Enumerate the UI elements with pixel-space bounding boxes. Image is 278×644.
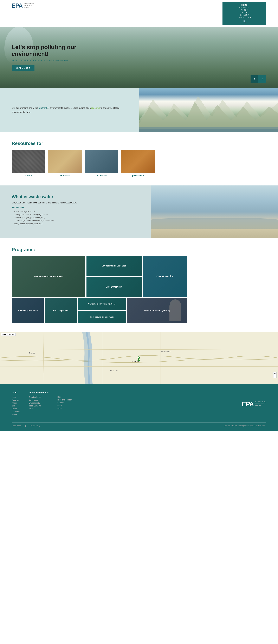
waste-can-include: It can include: bbox=[12, 206, 139, 208]
waste-image bbox=[151, 186, 278, 238]
nav-contact[interactable]: CONTACT US bbox=[238, 16, 251, 18]
dept-link-forefront[interactable]: forefront bbox=[38, 107, 47, 109]
map-zoom-out[interactable]: − bbox=[273, 375, 277, 378]
waste-item-2: ›pathogens (disease causing organisms) bbox=[12, 213, 139, 216]
prog-env-ed[interactable]: Environmental Education bbox=[86, 256, 142, 276]
logo-area: EPA ENVIRONMENTAL PROTECTION AGENCY bbox=[12, 2, 35, 9]
footer-env-3[interactable]: Environmental bbox=[29, 402, 49, 404]
footer-link-search[interactable]: Search bbox=[12, 414, 20, 416]
map-tab-row: Map Satellite bbox=[1, 333, 16, 336]
footer-menu-title: Menu bbox=[12, 392, 20, 394]
hero-content: Let's stop polluting our environment! we… bbox=[12, 44, 91, 71]
logo-subtitle: ENVIRONMENTAL PROTECTION AGENCY bbox=[23, 3, 35, 8]
footer-env-2[interactable]: Compliance bbox=[29, 399, 49, 401]
svg-rect-3 bbox=[139, 129, 278, 132]
wastewater-section: What is waste water Dirty water that is … bbox=[0, 186, 278, 238]
resources-grid: citizens educators businesses government bbox=[12, 150, 266, 177]
footer-privacy[interactable]: Privacy Policy bbox=[30, 425, 40, 427]
prog-underground[interactable]: Underground Storage Tanks bbox=[78, 311, 126, 323]
dept-link-research[interactable]: research bbox=[91, 107, 100, 109]
waste-desc: Dirty water that is sent down our drains… bbox=[12, 202, 139, 204]
prog-ca-indian[interactable]: California Indian Tribal Relations bbox=[78, 298, 126, 310]
main-nav: HOME ABOUT US PAGES BLOG GALLERY CONTACT… bbox=[223, 2, 266, 25]
hero-prev-button[interactable]: ‹ bbox=[251, 75, 259, 83]
footer-link-gallery[interactable]: Gallery bbox=[12, 408, 20, 410]
footer-link-contact[interactable]: Contact us bbox=[12, 411, 20, 413]
businesses-label: businesses bbox=[96, 174, 107, 177]
map-zoom-in[interactable]: + bbox=[273, 372, 277, 375]
prog-green-chem[interactable]: Green Chemistry bbox=[86, 277, 142, 297]
waste-title: What is waste water bbox=[12, 194, 139, 199]
resources-section: Resources for citizens educators busines… bbox=[0, 132, 278, 186]
nav-blog[interactable]: BLOG bbox=[242, 12, 247, 13]
prog-ca-indian-label: California Indian Tribal Relations bbox=[87, 302, 116, 306]
prog-governors[interactable]: Governor's Awards (GEELA) bbox=[127, 298, 187, 323]
footer-env-5[interactable]: Noise bbox=[29, 408, 49, 410]
footer-sec-3[interactable]: Students bbox=[57, 402, 72, 404]
waste-item-5: ›heavy metals (mercury, lead, etc.) bbox=[12, 222, 139, 225]
prog-governors-label: Governor's Awards (GEELA) bbox=[143, 308, 171, 313]
map-section: New York Newark East Northport Jersey Ci… bbox=[0, 332, 278, 384]
svg-text:East Northport: East Northport bbox=[161, 350, 171, 352]
footer-copy: Environmental Protection Agency © 2016 A… bbox=[224, 425, 266, 427]
resource-businesses[interactable]: businesses bbox=[85, 150, 118, 177]
footer-divider: | bbox=[25, 425, 26, 427]
footer-sec-2[interactable]: Reporting pollution bbox=[57, 399, 72, 401]
footer-sec-1[interactable]: Hub bbox=[57, 396, 72, 398]
resource-citizens[interactable]: citizens bbox=[12, 150, 45, 177]
nav-gallery[interactable]: GALLERY bbox=[240, 14, 249, 16]
svg-text:Newark: Newark bbox=[29, 352, 35, 354]
waste-item-3: ›nutrients (nitrogen, phosphorus, etc.) bbox=[12, 216, 139, 219]
prog-ab32[interactable]: AB 32 Implement bbox=[45, 298, 77, 323]
search-icon[interactable]: 🔍 bbox=[243, 20, 246, 22]
nav-pages[interactable]: PAGES bbox=[241, 9, 248, 11]
map-tab-map[interactable]: Map bbox=[1, 333, 7, 336]
footer-col-env: Environmental Info Climate change Compli… bbox=[29, 392, 49, 416]
prog-emergency[interactable]: Emergency Response bbox=[12, 298, 44, 323]
prog-enforcement-label: Environmental Enforcement bbox=[33, 274, 64, 279]
prog-enforcement[interactable]: Environmental Enforcement bbox=[12, 256, 85, 297]
programs-section: Programs: Environmental Enforcement Envi… bbox=[0, 238, 278, 332]
footer-env-title: Environmental Info bbox=[29, 392, 49, 394]
waste-text: What is waste water Dirty water that is … bbox=[0, 186, 151, 238]
prog-emergency-label: Emergency Response bbox=[16, 308, 39, 313]
footer-link-about[interactable]: About us bbox=[12, 399, 20, 401]
hero-next-button[interactable]: › bbox=[259, 75, 266, 83]
prog-underground-label: Underground Storage Tanks bbox=[89, 315, 115, 319]
resources-title: Resources for bbox=[12, 141, 266, 146]
map-tab-satellite[interactable]: Satellite bbox=[7, 333, 16, 336]
logo-epa: EPA bbox=[12, 2, 22, 9]
footer-sec-5[interactable]: Water bbox=[57, 408, 72, 410]
svg-point-17 bbox=[138, 357, 139, 358]
resource-government[interactable]: government bbox=[121, 150, 155, 177]
footer-logo-epa: EPA bbox=[242, 400, 254, 408]
waste-item-4: ›chemicals (cleaners, disinfectants, med… bbox=[12, 219, 139, 222]
svg-text:Jersey City: Jersey City bbox=[110, 370, 118, 371]
hero-headline: Let's stop polluting our environment! bbox=[12, 44, 91, 57]
prog-ocean-label: Ocean Protection bbox=[155, 274, 175, 279]
footer-env-1[interactable]: Climate change bbox=[29, 396, 49, 398]
learn-more-button[interactable]: LEARN MORE bbox=[12, 65, 34, 71]
map-svg: New York Newark East Northport Jersey Ci… bbox=[0, 332, 278, 384]
footer-link-pages[interactable]: Pages bbox=[12, 402, 20, 404]
prog-ocean[interactable]: Ocean Protection bbox=[143, 256, 187, 297]
hero-arrow-group: ‹ › bbox=[251, 75, 266, 83]
footer-columns: Menu Home About us Pages Blog Gallery Co… bbox=[12, 392, 266, 416]
hero-subtext: we are committed to protect and enhance … bbox=[12, 59, 91, 62]
footer-sec-4[interactable]: Waste bbox=[57, 405, 72, 407]
footer-logo: EPA ENVIRONMENTAL PROTECTION AGENCY bbox=[242, 392, 266, 416]
nav-home[interactable]: HOME bbox=[242, 4, 248, 6]
footer-link-blog[interactable]: Blog bbox=[12, 405, 20, 407]
hero-section: Let's stop polluting our environment! we… bbox=[0, 26, 278, 88]
footer-link-home[interactable]: Home bbox=[12, 396, 20, 398]
nav-about[interactable]: ABOUT US bbox=[239, 6, 250, 8]
resource-educators[interactable]: educators bbox=[48, 150, 82, 177]
programs-title: Programs: bbox=[12, 247, 266, 252]
footer-env-4[interactable]: Illegal Dumping bbox=[29, 405, 49, 407]
footer-logo-subtitle: ENVIRONMENTAL PROTECTION AGENCY bbox=[255, 401, 266, 407]
departments-section: Our departments are at the forefront of … bbox=[0, 88, 278, 132]
footer-terms[interactable]: Terms of use bbox=[12, 425, 21, 427]
header: EPA ENVIRONMENTAL PROTECTION AGENCY HOME… bbox=[0, 0, 278, 26]
waste-list: ›solids and organic matter ›pathogens (d… bbox=[12, 210, 139, 225]
map-zoom-controls: + − bbox=[273, 372, 277, 378]
